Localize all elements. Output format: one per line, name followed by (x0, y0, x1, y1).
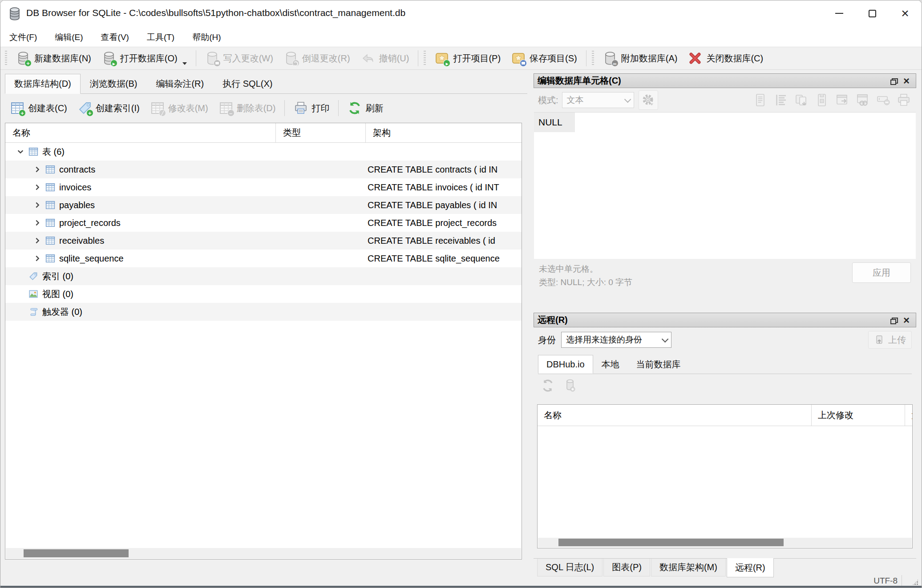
tab-current-database[interactable]: 当前数据库 (628, 355, 689, 374)
remote-header-modified[interactable]: 上次修改 (812, 405, 905, 426)
tab-execute-sql[interactable]: 执行 SQL(X) (213, 74, 282, 93)
create-index-label: 创建索引(I) (96, 102, 140, 114)
remote-header-name[interactable]: 名称 (538, 405, 812, 426)
tree-row-invoices[interactable]: invoices CREATE TABLE invoices ( id INT (5, 178, 522, 196)
remote-header-size[interactable]: 大小 (905, 405, 912, 426)
dock-float-button[interactable] (889, 76, 901, 86)
print-label: 打印 (311, 102, 329, 114)
chevron-right-icon[interactable] (34, 166, 41, 173)
menu-file[interactable]: 文件(F) (3, 28, 43, 46)
tab-db-schema[interactable]: 数据库架构(M) (651, 559, 726, 576)
resize-grip[interactable] (912, 579, 919, 586)
remote-dock: 远程(R) × 身份 选择用来连接的身份 上传 DBHub.io 本地 当前数据… (534, 313, 916, 558)
tree-row-triggers[interactable]: 触发器 (0) (5, 303, 522, 321)
remove-filter-icon[interactable] (875, 93, 891, 107)
write-changes-button[interactable]: 写入更改(W) (200, 49, 279, 68)
scrollbar-thumb[interactable] (558, 539, 784, 546)
open-in-window-icon[interactable] (834, 93, 850, 107)
open-database-dropdown-icon[interactable] (182, 62, 187, 65)
toolbar-grip[interactable] (424, 51, 426, 66)
cell-value-editor[interactable]: NULL (534, 112, 916, 259)
create-table-button[interactable]: 创建表(C) (5, 98, 73, 118)
settings-gear-button[interactable] (639, 90, 658, 110)
mode-select[interactable]: 文本 (562, 92, 634, 108)
chevron-right-icon[interactable] (34, 255, 41, 262)
scrollbar-thumb[interactable] (24, 549, 129, 557)
undo-button[interactable]: 撤销(U) (356, 49, 415, 68)
chevron-right-icon[interactable] (34, 201, 41, 209)
tab-database-structure[interactable]: 数据库结构(D) (5, 74, 81, 94)
structure-toolbar: 创建表(C) 创建索引(I) 修改表(M) 删除表(D) 打印 (5, 96, 388, 121)
remote-refresh-icon[interactable] (540, 379, 556, 393)
tree-header-schema[interactable]: 架构 (366, 123, 522, 142)
upload-button[interactable]: 上传 (868, 331, 912, 349)
dock-float-button[interactable] (889, 315, 901, 326)
save-project-button[interactable]: 保存项目(S) (506, 49, 582, 68)
maximize-button[interactable] (856, 0, 889, 26)
tree-item-label: sqlite_sequence (59, 254, 124, 264)
tree-row-project-records[interactable]: project_records CREATE TABLE project_rec… (5, 214, 522, 232)
maximize-icon (869, 10, 876, 17)
tree-header-type[interactable]: 类型 (276, 123, 366, 142)
dock-close-button[interactable]: × (901, 315, 912, 326)
tree-row-sqlite-sequence[interactable]: sqlite_sequence CREATE TABLE sqlite_sequ… (5, 250, 522, 267)
revert-changes-button[interactable]: 倒退更改(R) (279, 49, 356, 68)
dock-close-button[interactable]: × (901, 76, 912, 86)
tab-dbhub[interactable]: DBHub.io (538, 355, 593, 374)
close-database-button[interactable]: 关闭数据库(C) (683, 49, 768, 68)
minimize-button[interactable] (823, 0, 856, 26)
tab-plot[interactable]: 图表(P) (603, 559, 650, 576)
tree-item-label: payables (59, 200, 95, 210)
apply-button[interactable]: 应用 (852, 262, 911, 283)
menu-view[interactable]: 查看(V) (95, 28, 135, 46)
remote-horizontal-scrollbar[interactable] (538, 538, 912, 548)
print-button[interactable]: 打印 (288, 98, 335, 118)
menu-help[interactable]: 帮助(H) (186, 28, 227, 46)
text-mode-icon[interactable] (752, 93, 768, 107)
print-cell-icon[interactable] (896, 93, 912, 107)
open-database-button[interactable]: 打开数据库(O) (97, 49, 192, 68)
import-icon[interactable] (793, 93, 809, 107)
tree-row-contracts[interactable]: contracts CREATE TABLE contracts ( id IN (5, 161, 522, 178)
modify-table-button[interactable]: 修改表(M) (145, 98, 214, 118)
word-wrap-icon[interactable] (773, 93, 789, 107)
tab-local[interactable]: 本地 (593, 355, 628, 374)
tab-edit-pragmas[interactable]: 编辑杂注(R) (146, 74, 213, 93)
tree-row-payables[interactable]: payables CREATE TABLE payables ( id IN (5, 196, 522, 214)
attach-database-button[interactable]: 附加数据库(A) (598, 49, 683, 68)
delete-table-button[interactable]: 删除表(D) (214, 98, 281, 118)
chevron-right-icon[interactable] (34, 237, 41, 244)
export-icon[interactable] (814, 93, 830, 107)
tree-row-tables[interactable]: 表 (6) (5, 143, 522, 161)
tree-row-views[interactable]: 视图 (0) (5, 285, 522, 303)
toolbar-grip[interactable] (592, 51, 594, 66)
close-button[interactable]: × (889, 0, 922, 26)
create-table-icon (10, 101, 24, 115)
chevron-right-icon[interactable] (34, 219, 41, 226)
tree-item-label: 表 (6) (42, 146, 65, 158)
link-icon[interactable] (855, 93, 871, 107)
refresh-label: 刷新 (365, 102, 383, 114)
tab-remote[interactable]: 远程(R) (727, 558, 774, 577)
open-project-button[interactable]: 打开项目(P) (429, 49, 506, 68)
chevron-right-icon[interactable] (34, 184, 41, 191)
remote-table-header: 名称 上次修改 大小 (538, 405, 912, 426)
tree-horizontal-scrollbar[interactable] (6, 548, 521, 559)
create-index-button[interactable]: 创建索引(I) (73, 98, 145, 118)
identity-select[interactable]: 选择用来连接的身份 (561, 332, 671, 348)
menu-edit[interactable]: 编辑(E) (49, 28, 89, 46)
tree-row-receivables[interactable]: receivables CREATE TABLE receivables ( i… (5, 232, 522, 250)
toolbar-grip[interactable] (5, 51, 7, 66)
refresh-button[interactable]: 刷新 (342, 98, 388, 118)
tab-sql-log[interactable]: SQL 日志(L) (537, 559, 603, 576)
delete-table-icon (219, 101, 233, 115)
tree-header-name[interactable]: 名称 (5, 123, 276, 142)
encoding-indicator[interactable]: UTF-8 (873, 576, 898, 586)
chevron-down-icon[interactable] (17, 148, 24, 155)
tab-browse-data[interactable]: 浏览数据(B) (81, 74, 147, 93)
new-database-button[interactable]: 新建数据库(N) (11, 49, 97, 68)
menu-tools[interactable]: 工具(T) (141, 28, 181, 46)
tree-row-indexes[interactable]: 索引 (0) (5, 267, 522, 285)
upload-label: 上传 (888, 334, 906, 346)
remote-server-icon[interactable] (562, 379, 578, 393)
